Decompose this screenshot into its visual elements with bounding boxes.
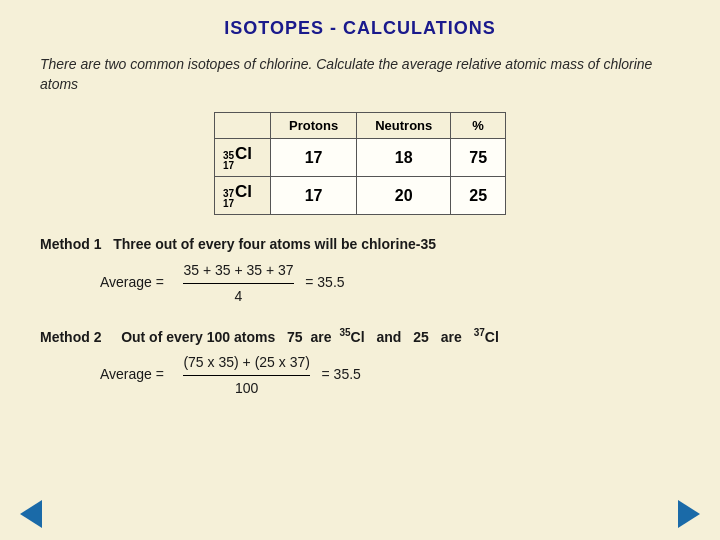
intro-text: There are two common isotopes of chlorin… [40,55,680,94]
isotopes-table-container: Protons Neutrons % 35 17 Cl [40,112,680,215]
element-1: Cl [235,144,252,164]
method1-numerator: 35 + 35 + 35 + 37 [183,258,293,284]
col-header-isotope [214,113,270,139]
col-header-neutrons: Neutrons [357,113,451,139]
method2-iso1: 35Cl [339,325,364,348]
page-title: ISOTOPES - CALCULATIONS [40,18,680,39]
isotope-label-cell-2: 37 17 Cl [214,177,270,215]
method2-desc-pre: Out of every 100 atoms [121,326,275,348]
table-row: 35 17 Cl 17 18 75 [214,139,505,177]
prev-arrow[interactable] [20,500,42,528]
method2-val2: 25 [413,326,429,348]
method1-denominator: 4 [183,284,293,309]
nav-arrows [0,500,720,528]
table-row: 37 17 Cl 17 20 25 [214,177,505,215]
protons-2: 17 [271,177,357,215]
method2-val1: 75 [287,326,303,348]
method2-numerator: (75 x 35) + (25 x 37) [183,350,309,376]
method1-section: Method 1 Three out of every four atoms w… [40,233,680,309]
method2-title-line: Method 2 Out of every 100 atoms 75 are 3… [40,325,680,348]
neutrons-2: 20 [357,177,451,215]
neutrons-1: 18 [357,139,451,177]
protons-1: 17 [271,139,357,177]
percent-1: 75 [451,139,506,177]
method2-denominator: 100 [183,376,309,401]
element-2: Cl [235,182,252,202]
isotopes-table: Protons Neutrons % 35 17 Cl [214,112,506,215]
percent-2: 25 [451,177,506,215]
method2-avg: Average = (75 x 35) + (25 x 37) 100 = 35… [100,350,680,401]
method2-iso2: 37Cl [474,325,499,348]
isotope-label-cell-1: 35 17 Cl [214,139,270,177]
method1-result: = 35.5 [305,274,344,290]
method2-result: = 35.5 [322,366,361,382]
col-header-protons: Protons [271,113,357,139]
method1-avg: Average = 35 + 35 + 35 + 37 4 = 35.5 [100,258,680,309]
method2-section: Method 2 Out of every 100 atoms 75 are 3… [40,325,680,401]
col-header-percent: % [451,113,506,139]
atomic-number-2: 17 [223,199,234,209]
atomic-number-1: 17 [223,161,234,171]
next-arrow[interactable] [678,500,700,528]
method1-title: Method 1 Three out of every four atoms w… [40,233,680,255]
